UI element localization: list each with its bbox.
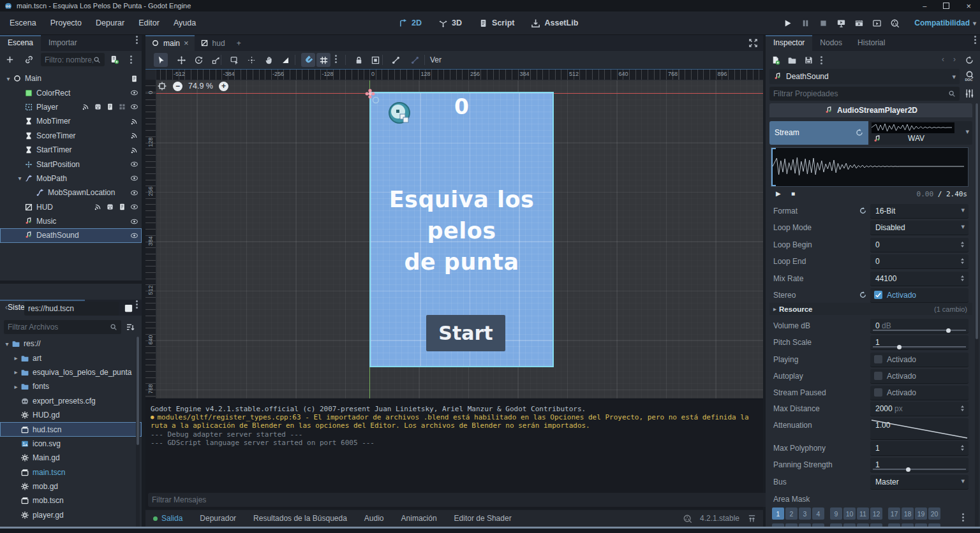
slider-handle[interactable] <box>906 467 910 472</box>
node-gizmo[interactable] <box>372 96 380 104</box>
menubar-item-proyecto[interactable]: Proyecto <box>43 18 89 27</box>
area-mask-bit-3[interactable]: 3 <box>799 507 811 520</box>
file-item-player.gd[interactable]: player.gd <box>0 508 142 522</box>
history-forward-icon[interactable]: › <box>953 55 956 64</box>
checkbox[interactable] <box>874 388 882 397</box>
scene-tab-main[interactable]: main× <box>145 35 195 51</box>
workspace-2d[interactable]: 2D <box>398 18 422 28</box>
bottom-tab-salida[interactable]: Salida <box>153 514 182 523</box>
property-value[interactable]: 1 <box>870 335 969 350</box>
menubar-item-depurar[interactable]: Depurar <box>89 18 131 27</box>
checkbox[interactable] <box>874 355 882 363</box>
script-icon[interactable] <box>106 103 114 111</box>
file-item-esquiva-los-pelos-de-punta[interactable]: ▸esquiva_los_pelos_de_punta <box>0 365 142 379</box>
dock-splitter[interactable] <box>0 281 142 284</box>
tool-ruler-tool[interactable] <box>278 53 292 67</box>
scene-tab-hud[interactable]: hud <box>195 35 231 51</box>
renderer-selector[interactable]: Compatibilidad▾ <box>914 18 976 27</box>
preview-stop-icon[interactable]: ■ <box>791 190 795 197</box>
property-value[interactable]: Activado <box>870 353 969 367</box>
file-item-mob.tscn[interactable]: mob.tscn <box>0 493 142 507</box>
snap-options-icon[interactable] <box>335 58 337 60</box>
tab-importar[interactable]: Importar <box>41 35 85 51</box>
minimize-button[interactable]: – <box>923 2 926 10</box>
file-item-hud.gd[interactable]: HUD.gd <box>0 408 142 422</box>
tool-magnet[interactable] <box>301 53 315 67</box>
chain-icon[interactable] <box>24 55 34 64</box>
checkbox[interactable] <box>874 291 882 299</box>
workspace-3d[interactable]: 3D <box>438 18 462 28</box>
inspector-scrollbar[interactable] <box>975 103 979 530</box>
history-back-icon[interactable]: ‹ <box>942 55 944 64</box>
property-value[interactable]: 44100 <box>870 272 969 286</box>
group-icon[interactable] <box>106 203 114 211</box>
area-mask-bit-18[interactable]: 18 <box>902 507 914 520</box>
signal-icon[interactable] <box>130 117 138 126</box>
preview-play-icon[interactable]: ▶ <box>776 190 781 197</box>
tool-move[interactable] <box>174 53 188 67</box>
group-icon[interactable] <box>94 103 102 111</box>
file-item-main.tscn[interactable]: main.tscn <box>0 465 142 479</box>
menubar-item-escena[interactable]: Escena <box>3 18 43 27</box>
open-docs-icon[interactable]: DOC <box>963 70 976 82</box>
tool-grid-snap[interactable] <box>316 53 330 67</box>
area-mask-bit-9[interactable]: 9 <box>830 507 842 520</box>
signal-icon[interactable] <box>130 131 138 140</box>
tool-select[interactable] <box>154 53 168 67</box>
eye-icon[interactable] <box>130 103 138 111</box>
workspace-script[interactable]: Script <box>479 18 514 28</box>
history-icon[interactable] <box>965 55 974 65</box>
property-value[interactable]: Activado <box>870 288 969 303</box>
spin-icon[interactable] <box>958 444 967 452</box>
play-movie-icon[interactable] <box>854 18 864 28</box>
center-view-icon[interactable] <box>157 81 167 91</box>
scene-node-music[interactable]: Music <box>0 214 142 228</box>
close-button[interactable]: × <box>966 1 971 11</box>
scene-node-mobpath[interactable]: ▾MobPath <box>0 172 142 186</box>
play-custom-icon[interactable] <box>872 18 882 28</box>
node-selector[interactable]: DeathSound ▾ <box>769 69 960 84</box>
eye-icon[interactable] <box>130 217 138 226</box>
area-mask-bit-20[interactable]: 20 <box>928 507 940 520</box>
spin-icon[interactable] <box>958 240 967 249</box>
expand-arrow[interactable]: ▾ <box>15 175 24 182</box>
file-item-hud.tscn[interactable]: hud.tscn <box>0 422 142 436</box>
area-mask-bit-10[interactable]: 10 <box>843 507 856 520</box>
expand-arrow[interactable]: ▸ <box>11 354 20 361</box>
filter-files-input[interactable]: Filtrar Archivos <box>4 320 121 334</box>
inspector-menu-icon[interactable] <box>974 39 976 41</box>
property-value[interactable]: 2000 px <box>870 402 969 416</box>
filter-nodes-input[interactable]: Filtro: nombre, t <box>41 53 105 66</box>
play-icon[interactable] <box>783 18 792 28</box>
tab-nodos[interactable]: Nodos <box>812 35 850 51</box>
chevron-down-icon[interactable]: ▾ <box>952 73 956 81</box>
folder-open-icon[interactable] <box>787 55 797 65</box>
new-scene-tab-button[interactable]: + <box>231 35 247 51</box>
audio-preview[interactable] <box>771 147 969 187</box>
property-value[interactable]: 16-Bit▾ <box>870 204 969 219</box>
save-icon[interactable] <box>804 55 813 65</box>
property-value[interactable]: Activado <box>870 386 969 400</box>
bottom-tab-editor-de-shader[interactable]: Editor de Shader <box>454 514 512 523</box>
tool-list-select[interactable] <box>227 53 241 67</box>
stream-property-row[interactable]: Stream WAV ▾ <box>769 121 972 145</box>
property-value[interactable]: 0 <box>870 238 969 252</box>
scene-node-hud[interactable]: HUD <box>0 200 142 214</box>
expand-viewport-icon[interactable] <box>748 38 758 48</box>
tab-historial[interactable]: Historial <box>850 35 893 51</box>
plus-icon[interactable] <box>5 55 15 64</box>
file-item-art[interactable]: ▸art <box>0 351 142 365</box>
property-value[interactable]: 1 <box>870 458 969 472</box>
tool-pan[interactable] <box>262 53 276 67</box>
menubar-item-ayuda[interactable]: Ayuda <box>167 18 203 27</box>
area-mask-menu-icon[interactable] <box>962 516 964 518</box>
scene-node-startposition[interactable]: StartPosition <box>0 157 142 171</box>
area-mask-bit-1[interactable]: 1 <box>772 507 784 520</box>
property-value[interactable]: 1 <box>870 441 969 456</box>
area-mask-bit-4[interactable]: 4 <box>812 507 824 520</box>
revert-icon[interactable] <box>855 128 864 137</box>
bottom-tab-audio[interactable]: Audio <box>364 514 384 523</box>
tool-frame[interactable] <box>368 53 382 67</box>
property-value[interactable]: Master▾ <box>870 475 969 490</box>
resource-menu-icon[interactable] <box>820 59 822 61</box>
